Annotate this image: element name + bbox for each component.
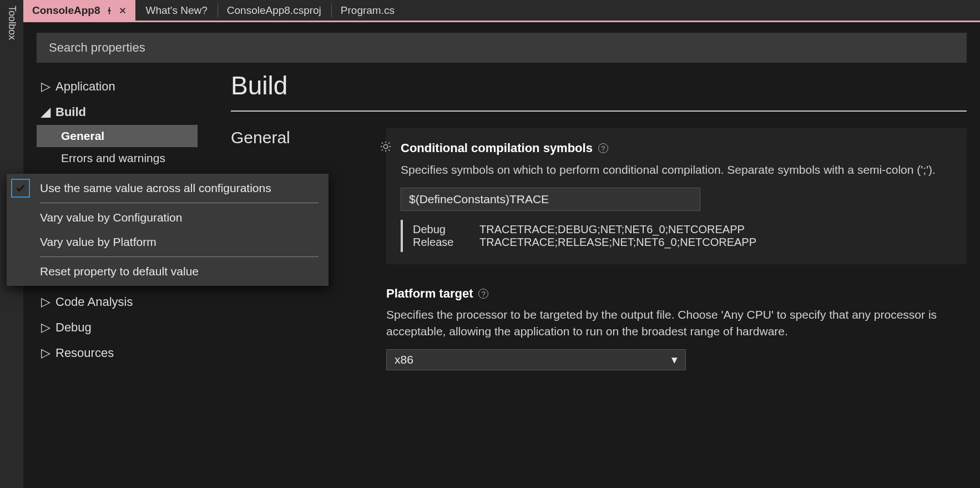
platform-dropdown[interactable]: x86 ▾ bbox=[386, 349, 686, 370]
chevron-right-icon: ▷ bbox=[41, 346, 49, 360]
sidebar-item-resources[interactable]: ▷ Resources bbox=[37, 340, 198, 366]
help-icon[interactable]: ? bbox=[478, 289, 488, 299]
platform-description: Specifies the processor to be targeted b… bbox=[386, 306, 967, 339]
divider bbox=[231, 110, 967, 112]
ctx-item-reset[interactable]: Reset property to default value bbox=[7, 259, 329, 284]
close-icon[interactable] bbox=[119, 7, 127, 14]
symbols-value: $(DefineConstants)TRACE bbox=[409, 193, 549, 205]
platform-target-block: Platform target ? Specifies the processo… bbox=[386, 286, 967, 370]
sidebar-item-label: Code Analysis bbox=[55, 295, 133, 309]
tab-csproj[interactable]: ConsoleApp8.csproj bbox=[218, 0, 330, 21]
conditional-symbols-block: Conditional compilation symbols ? Specif… bbox=[386, 128, 967, 264]
tab-whats-new[interactable]: What's New? bbox=[137, 0, 216, 21]
tab-program-cs[interactable]: Program.cs bbox=[332, 0, 403, 21]
tab-label: Program.cs bbox=[341, 4, 395, 17]
tab-strip: ConsoleApp8 What's New? ConsoleApp8.cspr… bbox=[23, 0, 980, 22]
menu-separator bbox=[40, 203, 319, 203]
context-menu: Use the same value across all configurat… bbox=[7, 174, 329, 286]
sidebar-sub-label: Errors and warnings bbox=[61, 152, 165, 164]
sidebar-sub-label: General bbox=[61, 129, 104, 142]
platform-header-label: Platform target bbox=[386, 286, 473, 301]
sidebar-item-label: Application bbox=[55, 79, 115, 94]
ctx-label: Reset property to default value bbox=[40, 265, 199, 278]
chevron-down-icon: ▾ bbox=[671, 353, 678, 366]
menu-separator bbox=[40, 256, 319, 257]
sidebar-item-application[interactable]: ▷ Application bbox=[37, 74, 198, 99]
chevron-down-icon: ◢ bbox=[41, 105, 49, 119]
setting-description: Specifies symbols on which to perform co… bbox=[401, 162, 952, 178]
gear-icon[interactable] bbox=[380, 140, 392, 156]
sidebar-item-build[interactable]: ◢ Build bbox=[37, 99, 198, 125]
ctx-label: Vary value by Configuration bbox=[40, 211, 182, 224]
table-row: Debug TRACETRACE;DEBUG;NET;NET6_0;NETCOR… bbox=[413, 223, 952, 236]
sidebar-sub-general[interactable]: General bbox=[37, 125, 198, 147]
ctx-item-same-value[interactable]: Use the same value across all configurat… bbox=[7, 176, 329, 200]
ctx-item-vary-platform[interactable]: Vary value by Platform bbox=[7, 230, 329, 254]
toolbox-label: Toolbox bbox=[6, 6, 18, 40]
table-row: Release TRACETRACE;RELEASE;NET;NET6_0;NE… bbox=[413, 236, 952, 249]
ctx-item-vary-config[interactable]: Vary value by Configuration bbox=[7, 205, 329, 230]
config-name: Release bbox=[413, 236, 457, 249]
config-table: Debug TRACETRACE;DEBUG;NET;NET6_0;NETCOR… bbox=[401, 220, 952, 252]
search-input[interactable]: Search properties bbox=[37, 33, 967, 63]
sidebar-item-code-analysis[interactable]: ▷ Code Analysis bbox=[37, 289, 198, 315]
symbols-input[interactable]: $(DefineConstants)TRACE bbox=[401, 188, 700, 211]
setting-header-label: Conditional compilation symbols bbox=[401, 141, 593, 155]
sidebar-item-debug[interactable]: ▷ Debug bbox=[37, 315, 198, 340]
config-value: TRACETRACE;RELEASE;NET;NET6_0;NETCOREAPP bbox=[479, 236, 756, 249]
tab-label: What's New? bbox=[145, 4, 207, 17]
sidebar-item-label: Build bbox=[55, 105, 86, 119]
chevron-right-icon: ▷ bbox=[41, 79, 49, 94]
tab-label: ConsoleApp8.csproj bbox=[227, 4, 321, 17]
help-icon[interactable]: ? bbox=[598, 143, 608, 153]
ctx-label: Vary value by Platform bbox=[40, 235, 156, 249]
pin-icon[interactable] bbox=[105, 7, 113, 14]
sidebar-sub-errors[interactable]: Errors and warnings bbox=[37, 147, 198, 169]
config-name: Debug bbox=[413, 223, 457, 236]
chevron-right-icon: ▷ bbox=[41, 320, 49, 335]
sidebar-item-label: Debug bbox=[55, 320, 92, 335]
sidebar-item-label: Resources bbox=[55, 346, 114, 360]
dropdown-value: x86 bbox=[395, 353, 413, 366]
ctx-label: Use the same value across all configurat… bbox=[40, 182, 271, 195]
config-value: TRACETRACE;DEBUG;NET;NET6_0;NETCOREAPP bbox=[479, 223, 745, 236]
tab-active[interactable]: ConsoleApp8 bbox=[23, 0, 135, 21]
search-placeholder: Search properties bbox=[49, 41, 145, 55]
page-title: Build bbox=[231, 71, 967, 100]
check-icon bbox=[11, 179, 30, 198]
chevron-right-icon: ▷ bbox=[41, 295, 49, 309]
tab-label: ConsoleApp8 bbox=[32, 4, 100, 17]
